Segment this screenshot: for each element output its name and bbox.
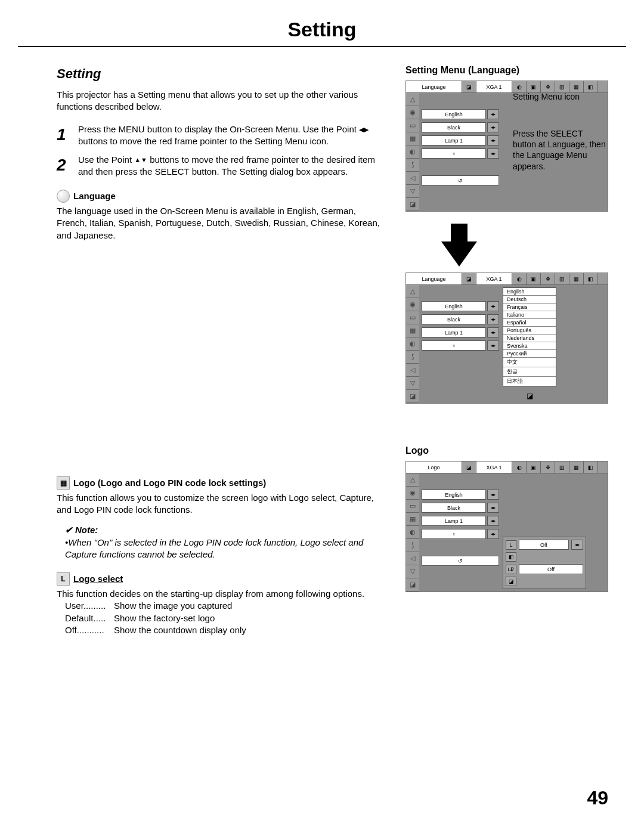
osd-value: Lamp 1 <box>422 327 486 337</box>
option-term: Default <box>65 613 94 623</box>
osd-topbar-icon: ◐ <box>512 273 527 284</box>
left-column: Setting This projector has a Setting men… <box>57 65 388 636</box>
osd-topbar-icon: ▥ <box>555 462 569 473</box>
osd-resolution: XGA 1 <box>476 273 512 284</box>
osd-topbar-icon: ▣ <box>527 462 541 473</box>
lr-adjust-icon: ◂▸ <box>487 516 499 526</box>
right-heading-language: Setting Menu (Language) <box>405 65 608 76</box>
callout-select: Press the SELECT button at Language, the… <box>513 128 608 172</box>
osd-topbar: Logo ◪ XGA 1 ◐ ▣ ❖ ▥ ▦ ◧ <box>406 462 608 473</box>
lr-adjust-icon: ◂▸ <box>487 327 499 337</box>
step-2: 2 Use the Point ▲▼ buttons to move the r… <box>57 154 388 178</box>
logo-select-icon: L <box>57 572 70 586</box>
list-item: Off........... Show the countdown displa… <box>65 624 388 636</box>
tool-icon: ⟆ <box>406 539 419 552</box>
language-description: The language used in the On-Screen Menu … <box>57 205 388 241</box>
osd-title: Language <box>406 81 462 92</box>
lang-item: Français <box>503 304 556 311</box>
note-block: Note: •When "On" is selected in the Logo… <box>65 524 388 561</box>
step-text-a: Use the Point <box>78 154 134 165</box>
lang-item: 日本語 <box>503 377 556 386</box>
osd-value: ↺ <box>422 175 499 185</box>
logo-select-heading-text: Logo select <box>73 573 123 585</box>
lang-item: Español <box>503 319 556 327</box>
osd-topbar-icon: ◧ <box>584 273 598 284</box>
note-text: •When "On" is selected in the Logo PIN c… <box>65 537 388 561</box>
globe-icon <box>57 190 70 203</box>
option-dots: ..... <box>94 613 106 623</box>
exit-icon: ◪ <box>506 577 516 586</box>
osd-sidebar: △ ◉ ▭ ▦ ◐ ⟆ ◁ ▽ ◪ <box>406 473 419 592</box>
grid-icon: ▦ <box>406 324 419 337</box>
exit-icon: ◪ <box>503 392 556 400</box>
grid-icon: ▦ <box>406 132 419 145</box>
option-term: Off <box>65 625 77 635</box>
option-desc: Show the factory-set logo <box>114 612 215 624</box>
lr-adjust-icon: ◂▸ <box>487 503 499 513</box>
osd-value: English <box>422 490 486 500</box>
step-text: Use the Point ▲▼ buttons to move the red… <box>78 154 388 178</box>
option-term: User <box>65 600 83 611</box>
language-list: English Deutsch Français Italiano Españo… <box>503 287 556 386</box>
lr-adjust-icon: ◂▸ <box>487 135 499 145</box>
lang-item: Русский <box>503 350 556 358</box>
callout-text: Press the SELECT button at Language, the… <box>513 129 606 171</box>
osd-title: Logo <box>406 462 462 473</box>
osd-menu-language-expanded: Language ◪ XGA 1 ◐ ▣ ❖ ▥ ▦ ◧ △ ◉ ▭ ▦ ◐ ⟆… <box>405 272 608 404</box>
osd-icon: ◪ <box>462 462 476 473</box>
lang-item: Nederlands <box>503 335 556 342</box>
intro-text: This projector has a Setting menu that a… <box>57 89 388 113</box>
pointer-icon: ◁ <box>406 364 419 377</box>
lamp-icon: ◐ <box>406 145 419 159</box>
osd-value: Off <box>519 540 569 550</box>
osd-topbar-icon: ❖ <box>541 462 555 473</box>
globe-icon: ◉ <box>406 298 419 311</box>
lang-item: Italiano <box>503 311 556 319</box>
pointer-icon: ◁ <box>406 552 419 565</box>
lang-item: Svenska <box>503 342 556 350</box>
osd-value: Black <box>422 122 486 132</box>
exit-icon: ◪ <box>406 578 419 592</box>
osd-topbar-icon: ❖ <box>541 273 555 284</box>
capture-icon: ◧ <box>506 552 516 562</box>
lamp-icon: ◐ <box>406 526 419 539</box>
osd-value: Lamp 1 <box>422 135 486 145</box>
lamp-icon: ◐ <box>406 337 419 351</box>
lr-adjust-icon: ◂▸ <box>487 529 499 539</box>
option-desc: Show the countdown display only <box>114 624 246 636</box>
exit-icon: ◪ <box>406 198 419 211</box>
osd-topbar-icon: ◐ <box>512 462 527 473</box>
list-item: User......... Show the image you capture… <box>65 600 388 612</box>
page-number: 49 <box>587 787 608 809</box>
osd-field-lamp: Lamp 1 ◂▸ <box>422 135 499 145</box>
tool-icon: ⟆ <box>406 159 419 172</box>
lr-adjust-icon: ◂▸ <box>487 148 499 159</box>
right-column: Setting Menu (Language) Language ◪ XGA 1… <box>405 65 608 636</box>
option-dots: ........... <box>77 625 104 635</box>
lang-item: Deutsch <box>503 296 556 304</box>
logo-heading-text: Logo (Logo and Logo PIN code lock settin… <box>73 477 266 489</box>
osd-topbar-icon: ▣ <box>527 273 541 284</box>
logo-icon: ▦ <box>57 476 70 490</box>
lang-item: 한글 <box>503 367 556 377</box>
lr-adjust-icon: ◂▸ <box>487 109 499 119</box>
callout-setting-icon: Setting Menu icon <box>513 91 608 102</box>
up-icon: △ <box>406 473 419 487</box>
exit-icon: ◪ <box>406 390 419 403</box>
globe-icon: ◉ <box>406 106 419 119</box>
language-heading-text: Language <box>73 190 116 202</box>
osd-value: ♀ <box>422 340 486 351</box>
down-icon: ▽ <box>406 185 419 198</box>
osd-topbar-icon: ▦ <box>569 273 584 284</box>
osd-language-wrapper: Language ◪ XGA 1 ◐ ▣ ❖ ▥ ▦ ◧ △ ◉ ▭ ▦ <box>405 80 608 212</box>
osd-value: Black <box>422 503 486 513</box>
logo-heading: ▦ Logo (Logo and Logo PIN code lock sett… <box>57 476 388 490</box>
grid-icon: ▦ <box>406 513 419 526</box>
osd-value: Off <box>519 564 583 574</box>
osd-topbar: Language ◪ XGA 1 ◐ ▣ ❖ ▥ ▦ ◧ <box>406 273 608 285</box>
logo-submenu: L Off ◂▸ ◧ L₽ Off <box>503 537 586 589</box>
ud-arrows-icon: ▲▼ <box>134 156 147 165</box>
lr-arrows-icon: ◀▶ <box>359 125 369 134</box>
lr-adjust-icon: ◂▸ <box>487 314 499 324</box>
down-icon: ▽ <box>406 565 419 578</box>
